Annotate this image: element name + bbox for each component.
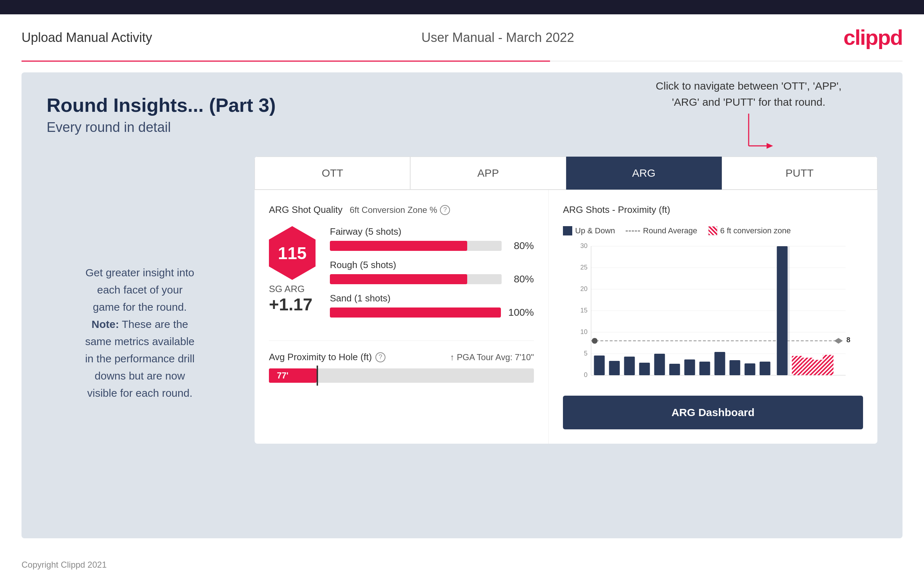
annotation-text: Click to navigate between 'OTT', 'APP','… — [656, 78, 842, 110]
card-body: ARG Shot Quality 6ft Conversion Zone % ?… — [255, 190, 877, 444]
info-icon[interactable]: ? — [440, 205, 450, 215]
tab-ott[interactable]: OTT — [255, 156, 410, 190]
svg-rect-27 — [624, 356, 635, 375]
svg-rect-39 — [803, 358, 814, 375]
content-area: Get greater insight into each facet of y… — [47, 156, 877, 444]
left-section: ARG Shot Quality 6ft Conversion Zone % ?… — [255, 190, 549, 444]
chart-header: ARG Shots - Proximity (ft) Up & Down Rou… — [563, 204, 863, 235]
sg-label: SG ARG — [269, 284, 315, 295]
arg-chart: 30 25 20 15 10 5 0 — [563, 243, 863, 386]
manual-date-label: User Manual - March 2022 — [421, 30, 574, 45]
svg-rect-28 — [639, 363, 650, 375]
svg-rect-38 — [792, 356, 803, 375]
shot-row-rough: Rough (5 shots) 80% — [330, 259, 534, 285]
svg-rect-31 — [685, 359, 695, 375]
svg-marker-2 — [767, 143, 773, 149]
legend-dash-icon — [626, 230, 640, 232]
annotation-box: Click to navigate between 'OTT', 'APP','… — [656, 78, 842, 164]
top-bar — [0, 0, 924, 15]
svg-rect-37 — [777, 246, 788, 375]
tab-app[interactable]: APP — [410, 156, 566, 190]
svg-point-19 — [592, 338, 598, 344]
conversion-label: 6ft Conversion Zone % ? — [350, 205, 450, 215]
svg-rect-26 — [609, 361, 620, 375]
svg-rect-29 — [654, 354, 665, 375]
legend-hatch-icon — [708, 226, 717, 235]
svg-text:0: 0 — [584, 371, 587, 379]
legend-conversion-zone: 6 ft conversion zone — [708, 226, 791, 235]
hexagon-shape: 115 SG ARG +1.17 — [269, 226, 315, 314]
svg-rect-25 — [594, 356, 605, 375]
proximity-cursor — [317, 366, 318, 386]
insight-text: Get greater insight into each facet of y… — [47, 264, 233, 402]
proximity-value: 77' — [277, 371, 288, 380]
svg-text:5: 5 — [584, 350, 587, 357]
round-insights-card: OTT APP ARG PUTT ARG Shot Quality 6ft Co… — [255, 156, 877, 444]
main-content: Round Insights... (Part 3) Every round i… — [21, 73, 903, 538]
legend: Up & Down Round Average 6 ft conversion … — [563, 226, 791, 235]
legend-up-down: Up & Down — [563, 226, 615, 235]
annotation-arrow — [720, 114, 777, 160]
pga-avg-label: ↑ PGA Tour Avg: 7'10" — [450, 352, 534, 362]
arg-dashboard-button[interactable]: ARG Dashboard — [563, 396, 863, 429]
svg-text:25: 25 — [580, 264, 587, 271]
proximity-section: Avg Proximity to Hole (ft) ? ↑ PGA Tour … — [269, 340, 534, 383]
left-panel: Get greater insight into each facet of y… — [47, 156, 233, 444]
clippd-logo: clippd — [843, 25, 903, 50]
sg-value: +1.17 — [269, 295, 315, 314]
hexagon-value: 115 — [278, 243, 307, 263]
header: Upload Manual Activity User Manual - Mar… — [0, 15, 924, 61]
proximity-info-icon[interactable]: ? — [375, 352, 386, 362]
shot-quality-label: ARG Shot Quality — [269, 204, 342, 215]
shot-quality-header: ARG Shot Quality 6ft Conversion Zone % ? — [269, 204, 534, 215]
chart-title: ARG Shots - Proximity (ft) — [563, 204, 670, 215]
proximity-bar-track: 77' — [269, 368, 534, 383]
legend-round-avg: Round Average — [626, 226, 697, 235]
shot-row-fairway: Fairway (5 shots) 80% — [330, 226, 534, 251]
svg-rect-34 — [730, 360, 740, 375]
svg-rect-41 — [823, 355, 834, 375]
sg-section: SG ARG +1.17 — [269, 284, 315, 314]
upload-manual-label: Upload Manual Activity — [21, 30, 152, 45]
shot-rows: Fairway (5 shots) 80% Rou — [330, 226, 534, 326]
svg-text:30: 30 — [580, 243, 587, 250]
fairway-bar — [330, 241, 467, 251]
svg-text:10: 10 — [580, 328, 587, 335]
svg-rect-32 — [699, 362, 710, 375]
svg-rect-40 — [813, 360, 824, 375]
proximity-bar-fill — [269, 368, 317, 383]
svg-rect-35 — [745, 363, 756, 375]
svg-text:8: 8 — [846, 336, 850, 344]
rough-bar — [330, 274, 467, 284]
proximity-title: Avg Proximity to Hole (ft) ? — [269, 351, 386, 363]
legend-box-icon — [563, 226, 572, 235]
proximity-header: Avg Proximity to Hole (ft) ? ↑ PGA Tour … — [269, 351, 534, 363]
right-content: Click to navigate between 'OTT', 'APP','… — [255, 156, 877, 444]
svg-text:20: 20 — [580, 285, 587, 292]
shot-row-sand: Sand (1 shots) 100% — [330, 293, 534, 318]
footer: Copyright Clippd 2021 — [0, 549, 924, 577]
copyright-text: Copyright Clippd 2021 — [21, 560, 107, 569]
svg-rect-33 — [715, 352, 725, 375]
svg-rect-30 — [669, 364, 680, 375]
sand-bar — [330, 308, 501, 318]
svg-rect-36 — [760, 362, 771, 375]
right-section: ARG Shots - Proximity (ft) Up & Down Rou… — [549, 190, 877, 444]
header-divider — [21, 61, 903, 62]
svg-marker-20 — [834, 338, 843, 344]
hexagon-area: 115 SG ARG +1.17 Fairway (5 shots) — [269, 226, 534, 326]
svg-text:15: 15 — [580, 307, 587, 314]
hexagon: 115 — [269, 226, 315, 280]
